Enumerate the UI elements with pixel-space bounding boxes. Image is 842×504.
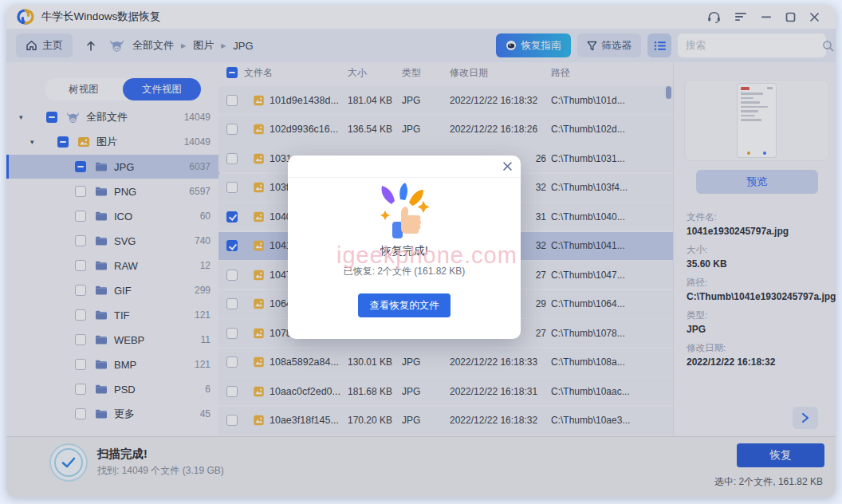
desktop-background: 牛学长Windows数据恢复 主页 全部文件 ▶ 图片 ▶ JPG (0, 0, 842, 504)
app-window: 牛学长Windows数据恢复 主页 全部文件 ▶ 图片 ▶ JPG (6, 5, 836, 498)
dialog-body: 恢复完成! 已恢复: 2个文件 (161.82 KB) 查看恢复的文件 (288, 178, 521, 317)
dialog-title: 恢复完成! (288, 244, 521, 258)
recovery-complete-dialog: 恢复完成! 已恢复: 2个文件 (161.82 KB) 查看恢复的文件 (288, 156, 521, 339)
dialog-header (288, 156, 521, 178)
thumbs-up-icon (369, 182, 439, 239)
view-recovered-files-button[interactable]: 查看恢复的文件 (358, 293, 451, 317)
dialog-subtitle: 已恢复: 2个文件 (161.82 KB) (288, 265, 521, 278)
dialog-close-icon[interactable] (502, 161, 513, 171)
